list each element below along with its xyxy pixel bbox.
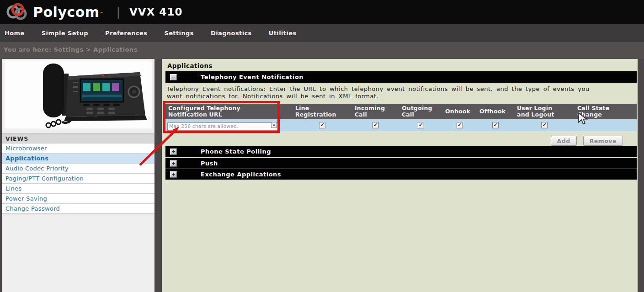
section-phone-state-polling[interactable]: + Phone State Polling [165, 146, 637, 157]
brand-trademark: ™ [100, 11, 104, 16]
nav-item-home[interactable]: Home [5, 30, 25, 37]
remove-button[interactable]: Remove [583, 136, 623, 146]
nav-item-utilities[interactable]: Utilities [269, 30, 297, 37]
sidebar-item-microbrowser[interactable]: Microbrowser [2, 143, 154, 154]
outgoing-call-checkbox[interactable]: ✔ [418, 122, 424, 128]
table-row: ▲ ✔ ✔ ✔ ✔ ✔ ✔ [165, 119, 637, 131]
incoming-call-checkbox[interactable]: ✔ [373, 122, 379, 128]
sidebar-item-power-saving[interactable]: Power Saving [2, 194, 154, 204]
title-bar: Polycom ™ | VVX 410 [0, 0, 644, 24]
page-title: Applications [167, 62, 213, 69]
call-state-change-cell [575, 119, 637, 131]
sidebar-item-change-password[interactable]: Change Password [2, 204, 154, 214]
device-model: VVX 410 [129, 6, 182, 18]
sidebar-item-paging-ptt[interactable]: Paging/PTT Configuration [2, 174, 154, 184]
nav-item-preferences[interactable]: Preferences [105, 30, 147, 37]
expand-icon[interactable]: + [170, 149, 177, 155]
col-header-onhook: Onhook [442, 104, 477, 119]
sidebar: VIEWS Microbrowser Applications Audio Co… [2, 59, 154, 292]
nav-item-settings[interactable]: Settings [164, 30, 194, 37]
sidebar-item-applications[interactable]: Applications [2, 154, 154, 164]
phone-photo [5, 60, 152, 128]
nav-item-diagnostics[interactable]: Diagnostics [211, 30, 252, 37]
notification-url-input[interactable] [167, 122, 278, 131]
table-header-row: Configured TelephonyNotification URL Lin… [165, 104, 637, 119]
sidebar-item-audio-codec[interactable]: Audio Codec Priority [2, 164, 154, 174]
main-nav: Home Simple Setup Preferences Settings D… [0, 24, 644, 42]
col-header-call-state-change: Call StateChange [575, 104, 637, 119]
content-panel: Applications − Telephony Event Notificat… [162, 59, 638, 292]
user-login-logout-checkbox[interactable]: ✔ [541, 122, 548, 128]
table-actions: Add Remove [165, 136, 623, 146]
col-header-notification-url: Configured TelephonyNotification URL [165, 104, 293, 119]
url-cell: ▲ [165, 119, 293, 131]
description-line: Telephony Event notifications: Enter the… [167, 85, 635, 93]
section-label: Push [201, 160, 218, 167]
section-exchange-applications[interactable]: + Exchange Applications [165, 169, 637, 180]
views-header: VIEWS [2, 133, 154, 143]
views-list: Microbrowser Applications Audio Codec Pr… [2, 143, 154, 214]
sidebar-item-lines[interactable]: Lines [2, 184, 154, 194]
col-header-user-login-logout: User Loginand Logout [514, 104, 575, 119]
nav-item-simple-setup[interactable]: Simple Setup [42, 30, 88, 37]
expand-icon[interactable]: + [170, 171, 177, 178]
brand-name: Polycom [33, 4, 100, 20]
onhook-checkbox[interactable]: ✔ [457, 122, 463, 128]
polycom-logo-icon [5, 2, 29, 21]
offhook-checkbox[interactable]: ✔ [492, 122, 499, 128]
description-line: want notifications for. Notifications wi… [167, 93, 635, 100]
col-header-outgoing-call: OutgoingCall [399, 104, 442, 119]
input-validation-icon: ▲ [271, 122, 277, 128]
section-push[interactable]: + Push [165, 158, 637, 169]
expand-icon[interactable]: + [170, 160, 177, 167]
breadcrumb: You are here: Settings > Applications [0, 42, 644, 59]
collapse-icon[interactable]: − [170, 74, 177, 80]
add-button[interactable]: Add [551, 136, 577, 146]
page: Polycom ™ | VVX 410 Home Simple Setup Pr… [0, 0, 644, 292]
col-header-line-registration: LineRegistration [293, 104, 352, 119]
section-label: Phone State Polling [201, 148, 271, 155]
notification-table: Configured TelephonyNotification URL Lin… [165, 104, 637, 131]
section-telephony-event-notification[interactable]: − Telephony Event Notification [165, 71, 637, 83]
col-header-offhook: Offhook [477, 104, 514, 119]
section-label: Telephony Event Notification [201, 74, 303, 80]
section-label: Exchange Applications [201, 171, 281, 178]
line-registration-checkbox[interactable]: ✔ [319, 122, 325, 128]
col-header-incoming-call: IncomingCall [352, 104, 399, 119]
section-description: Telephony Event notifications: Enter the… [167, 85, 635, 100]
title-separator: | [117, 5, 120, 19]
